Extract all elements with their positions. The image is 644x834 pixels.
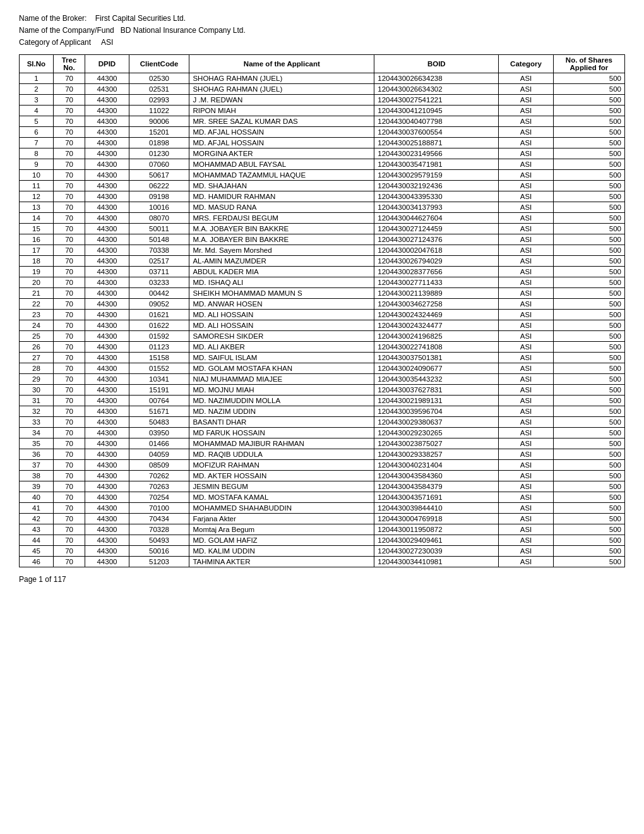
cell-dpid: 44300: [85, 169, 129, 180]
cell-boid: 1204430024196825: [374, 330, 499, 341]
table-row: 6704430015201MD. AFJAL HOSSAIN1204430037…: [20, 126, 625, 137]
cell-dpid: 44300: [85, 277, 129, 287]
cell-boid: 1204430021989131: [374, 395, 499, 406]
cell-name: MRS. FERDAUSI BEGUM: [189, 212, 374, 223]
cell-shares: 500: [553, 492, 624, 502]
cell-slno: 30: [20, 384, 54, 395]
cell-boid: 1204430043584360: [374, 470, 499, 481]
table-row: 32704430051671MD. NAZIM UDDIN12044300395…: [20, 406, 625, 416]
cell-name: Mr. Md. Sayem Morshed: [189, 245, 374, 255]
cell-clientcode: 03711: [129, 266, 189, 277]
cell-dpid: 44300: [85, 545, 129, 556]
cell-boid: 1204430029230265: [374, 427, 499, 438]
cell-clientcode: 01230: [129, 148, 189, 159]
table-row: 23704430001621MD. ALI HOSSAIN12044300243…: [20, 309, 625, 320]
company-label: Name of the Company/Fund: [19, 26, 114, 35]
cell-clientcode: 70434: [129, 513, 189, 524]
cell-name: TAHMINA AKTER: [189, 556, 374, 567]
cell-category: ASI: [499, 234, 554, 245]
cell-shares: 500: [553, 470, 624, 481]
table-row: 15704430050011M.A. JOBAYER BIN BAKKRE120…: [20, 223, 625, 234]
cell-category: ASI: [499, 169, 554, 180]
cell-trec: 70: [53, 449, 85, 459]
cell-category: ASI: [499, 94, 554, 105]
cell-category: ASI: [499, 105, 554, 116]
cell-trec: 70: [53, 309, 85, 320]
cell-name: MD. NAZIM UDDIN: [189, 406, 374, 416]
cell-clientcode: 09198: [129, 191, 189, 202]
cell-trec: 70: [53, 513, 85, 524]
cell-boid: 1204430034627258: [374, 298, 499, 309]
cell-trec: 70: [53, 427, 85, 438]
cell-category: ASI: [499, 159, 554, 169]
cell-dpid: 44300: [85, 148, 129, 159]
cell-trec: 70: [53, 535, 85, 545]
cell-clientcode: 01466: [129, 438, 189, 449]
cell-shares: 500: [553, 352, 624, 363]
cell-trec: 70: [53, 320, 85, 330]
cell-trec: 70: [53, 137, 85, 148]
cell-trec: 70: [53, 363, 85, 373]
cell-slno: 44: [20, 535, 54, 545]
cell-dpid: 44300: [85, 513, 129, 524]
table-row: 25704430001592SAMORESH SIKDER12044300241…: [20, 330, 625, 341]
cell-clientcode: 01123: [129, 341, 189, 352]
cell-dpid: 44300: [85, 320, 129, 330]
cell-dpid: 44300: [85, 449, 129, 459]
table-row: 19704430003711ABDUL KADER MIA12044300283…: [20, 266, 625, 277]
cell-trec: 70: [53, 373, 85, 384]
cell-trec: 70: [53, 126, 85, 137]
cell-clientcode: 51671: [129, 406, 189, 416]
cell-trec: 70: [53, 277, 85, 287]
cell-name: M.A. JOBAYER BIN BAKKRE: [189, 234, 374, 245]
table-row: 24704430001622MD. ALI HOSSAIN12044300243…: [20, 320, 625, 330]
cell-slno: 21: [20, 287, 54, 298]
cell-category: ASI: [499, 513, 554, 524]
cell-clientcode: 70262: [129, 470, 189, 481]
cell-name: MD. HAMIDUR RAHMAN: [189, 191, 374, 202]
cell-shares: 500: [553, 159, 624, 169]
cell-boid: 1204430027230039: [374, 545, 499, 556]
cell-boid: 1204430026634238: [374, 73, 499, 83]
company-value: BD National Insurance Company Ltd.: [121, 26, 246, 35]
cell-clientcode: 06222: [129, 180, 189, 191]
cell-clientcode: 90006: [129, 116, 189, 126]
cell-dpid: 44300: [85, 245, 129, 255]
cell-name: SHOHAG RAHMAN (JUEL): [189, 83, 374, 94]
cell-slno: 8: [20, 148, 54, 159]
cell-boid: 1204430041210945: [374, 105, 499, 116]
cell-name: MD. ISHAQ ALI: [189, 277, 374, 287]
cell-slno: 7: [20, 137, 54, 148]
cell-category: ASI: [499, 245, 554, 255]
cell-slno: 29: [20, 373, 54, 384]
cell-shares: 500: [553, 137, 624, 148]
cell-slno: 32: [20, 406, 54, 416]
cell-dpid: 44300: [85, 287, 129, 298]
cell-clientcode: 10016: [129, 202, 189, 212]
table-row: 18704430002517AL-AMIN MAZUMDER1204430026…: [20, 255, 625, 266]
col-header-shares: No. of SharesApplied for: [553, 54, 624, 73]
cell-shares: 500: [553, 94, 624, 105]
cell-dpid: 44300: [85, 94, 129, 105]
cell-shares: 500: [553, 438, 624, 449]
cell-dpid: 44300: [85, 309, 129, 320]
cell-clientcode: 15158: [129, 352, 189, 363]
cell-name: MD. MOJNU MIAH: [189, 384, 374, 395]
cell-name: MD. AFJAL HOSSAIN: [189, 126, 374, 137]
cell-category: ASI: [499, 191, 554, 202]
cell-shares: 500: [553, 309, 624, 320]
cell-slno: 16: [20, 234, 54, 245]
cell-boid: 1204430028377656: [374, 266, 499, 277]
cell-name: MD. RAQIB UDDULA: [189, 449, 374, 459]
cell-name: M.A. JOBAYER BIN BAKKRE: [189, 223, 374, 234]
cell-dpid: 44300: [85, 105, 129, 116]
cell-trec: 70: [53, 406, 85, 416]
cell-slno: 27: [20, 352, 54, 363]
table-row: 22704430009052MD. ANWAR HOSEN12044300346…: [20, 298, 625, 309]
cell-category: ASI: [499, 212, 554, 223]
cell-shares: 500: [553, 202, 624, 212]
cell-slno: 4: [20, 105, 54, 116]
cell-name: MD. SHAJAHAN: [189, 180, 374, 191]
cell-boid: 1204430043571691: [374, 492, 499, 502]
col-header-dpid: DPID: [85, 54, 129, 73]
